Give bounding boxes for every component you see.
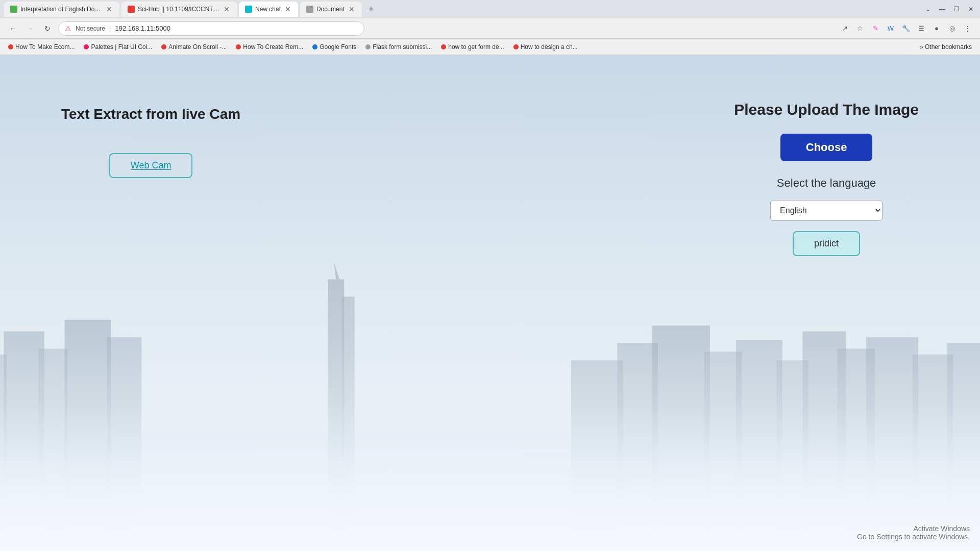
- tab-favicon-1: [10, 6, 17, 13]
- bookmark-design[interactable]: How to design a ch...: [509, 42, 582, 52]
- chevron-down-icon[interactable]: ⌄: [923, 4, 933, 14]
- language-section-label: Select the language: [777, 177, 876, 190]
- language-section: Select the language English French Spani…: [734, 177, 919, 256]
- bookmark-label-7: how to get form de...: [448, 43, 504, 51]
- bookmark-label-4: How To Create Rem...: [243, 43, 303, 51]
- predict-button[interactable]: pridict: [793, 231, 860, 256]
- bookmark-icon-1: [8, 44, 13, 49]
- tab-label-3: New chat: [255, 6, 281, 13]
- bookmark-label-6: Flask form submissi...: [373, 43, 432, 51]
- tab-document[interactable]: Document ✕: [300, 2, 362, 17]
- content-overlay: Text Extract from live Cam Web Cam Pleas…: [0, 55, 980, 551]
- bookmark-icon-5: [312, 44, 317, 49]
- refresh-button[interactable]: ↻: [41, 22, 54, 35]
- bookmark-icon-2: [84, 44, 89, 49]
- bookmark-ecom[interactable]: How To Make Ecom...: [4, 42, 79, 52]
- back-button[interactable]: ←: [6, 22, 19, 35]
- security-warning-icon: ⚠: [65, 24, 71, 33]
- tab-label-4: Document: [316, 6, 345, 13]
- new-tab-button[interactable]: +: [364, 2, 378, 16]
- bookmark-flask[interactable]: Flask form submissi...: [361, 42, 436, 52]
- bookmark-icon-4: [236, 44, 241, 49]
- tab-favicon-4: [306, 6, 313, 13]
- address-box[interactable]: ⚠ Not secure | 192.168.1.11:5000: [58, 21, 364, 36]
- extension-icon-1[interactable]: 🔧: [899, 22, 913, 35]
- bookmark-label-5: Google Fonts: [320, 43, 356, 51]
- bookmark-animate[interactable]: Animate On Scroll -...: [157, 42, 231, 52]
- bookmark-icon-6: [365, 44, 371, 49]
- bookmarks-bar: How To Make Ecom... Palettes | Flat UI C…: [0, 39, 980, 55]
- bookmark-fonts[interactable]: Google Fonts: [308, 42, 360, 52]
- right-section: Please Upload The Image Choose Select th…: [734, 96, 919, 256]
- extensions-icon[interactable]: ◎: [945, 22, 959, 35]
- bookmark-icon-7: [441, 44, 446, 49]
- tab-close-4[interactable]: ✕: [348, 4, 356, 14]
- url-display[interactable]: 192.168.1.11:5000: [115, 24, 170, 32]
- bookmarks-more[interactable]: » Other bookmarks: [916, 42, 976, 52]
- share-icon[interactable]: ↗: [838, 22, 851, 35]
- webcam-button[interactable]: Web Cam: [109, 153, 193, 178]
- window-controls: ⌄ — ❐ ✕: [923, 4, 976, 14]
- bookmark-label-3: Animate On Scroll -...: [168, 43, 227, 51]
- bookmark-form[interactable]: how to get form de...: [437, 42, 508, 52]
- tab-label-1: Interpretation of English Docum...: [20, 6, 102, 13]
- edit-icon[interactable]: ✎: [869, 22, 882, 35]
- close-button[interactable]: ✕: [966, 4, 976, 14]
- forward-button[interactable]: →: [23, 22, 37, 35]
- bookmark-label-2: Palettes | Flat UI Col...: [91, 43, 152, 51]
- address-separator: |: [109, 24, 111, 32]
- page-area: Text Extract from live Cam Web Cam Pleas…: [0, 55, 980, 551]
- choose-button[interactable]: Choose: [780, 134, 873, 161]
- bookmark-create[interactable]: How To Create Rem...: [232, 42, 307, 52]
- security-label: Not secure: [76, 25, 105, 32]
- bookmark-icon-8: [513, 44, 519, 49]
- tab-interpretation[interactable]: Interpretation of English Docum... ✕: [4, 2, 119, 17]
- webcam-section-title: Text Extract from live Cam: [61, 106, 240, 122]
- bookmark-label-1: How To Make Ecom...: [15, 43, 75, 51]
- tab-label-2: Sci-Hub || 10.1109/ICCCNT5152...: [138, 6, 219, 13]
- tab-new-chat[interactable]: New chat ✕: [239, 2, 298, 17]
- menu-icon[interactable]: ⋮: [961, 22, 974, 35]
- tab-favicon-3: [245, 6, 252, 13]
- left-section: Text Extract from live Cam Web Cam: [61, 96, 240, 178]
- translate-icon[interactable]: W: [884, 22, 897, 35]
- bookmark-label-8: How to design a ch...: [521, 43, 578, 51]
- tab-scihub[interactable]: Sci-Hub || 10.1109/ICCCNT5152... ✕: [121, 2, 237, 17]
- watermark-line2: Go to Settings to activate Windows.: [857, 533, 970, 541]
- maximize-button[interactable]: ❐: [951, 4, 962, 14]
- upload-section-title: Please Upload The Image: [734, 101, 919, 118]
- minimize-button[interactable]: —: [937, 4, 947, 14]
- address-bar-icons: ↗ ☆ ✎ W 🔧 ☰ ● ◎ ⋮: [838, 22, 974, 35]
- address-bar-row: ← → ↻ ⚠ Not secure | 192.168.1.11:5000 ↗…: [0, 18, 980, 39]
- tab-close-2[interactable]: ✕: [223, 4, 231, 14]
- tab-close-3[interactable]: ✕: [284, 4, 292, 14]
- profile-icon[interactable]: ●: [930, 22, 943, 35]
- tab-close-1[interactable]: ✕: [105, 4, 113, 14]
- watermark: Activate Windows Go to Settings to activ…: [857, 524, 970, 541]
- bookmark-palettes[interactable]: Palettes | Flat UI Col...: [80, 42, 156, 52]
- tab-favicon-2: [128, 6, 135, 13]
- watermark-line1: Activate Windows: [857, 524, 970, 533]
- star-icon[interactable]: ☆: [853, 22, 867, 35]
- title-bar: Interpretation of English Docum... ✕ Sci…: [0, 0, 980, 18]
- sidebar-icon[interactable]: ☰: [915, 22, 928, 35]
- language-select[interactable]: English French Spanish Arabic Chinese: [770, 200, 883, 221]
- bookmark-icon-3: [161, 44, 166, 49]
